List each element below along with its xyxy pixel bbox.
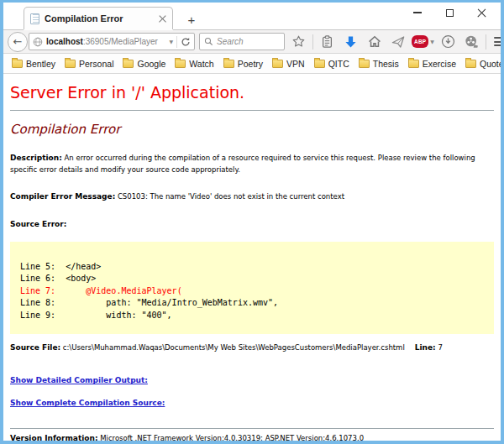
titlebar: Compilation Error + — [3, 3, 501, 29]
url-path: :36905/MediaPlayer — [83, 37, 158, 46]
divider — [10, 110, 494, 111]
maximize-icon — [446, 9, 454, 17]
browser-window: Compilation Error + ← localhost:36905/Me… — [0, 0, 504, 444]
page-favicon-icon — [30, 13, 39, 24]
error-subtitle: Compilation Error — [10, 122, 494, 137]
urlbar-dropdown-icon[interactable]: ▼ — [169, 39, 173, 44]
version-label: Version Information: — [10, 434, 98, 441]
page-title: Server Error in '/' Application. — [10, 83, 494, 102]
urlbar-separator — [176, 36, 177, 48]
bookmark-folder-item[interactable]: Google — [119, 57, 169, 71]
code-line: Line 8: path: "Media/Intro_WebMatrix.wmv… — [20, 297, 487, 310]
paper-plane-icon — [391, 35, 405, 49]
bookmark-label: QITC — [328, 59, 349, 69]
menu-button[interactable] — [494, 37, 504, 46]
bookmark-label: Quotes — [480, 59, 501, 69]
tab-title: Compilation Error — [45, 13, 154, 24]
folder-icon — [175, 60, 186, 68]
send-tab-button[interactable] — [388, 32, 407, 52]
show-detailed-compiler-output-link[interactable]: Show Detailed Compiler Output: — [10, 376, 148, 384]
bookmark-label: Google — [137, 59, 165, 69]
search-placeholder: Search — [217, 37, 244, 46]
folder-icon — [408, 60, 419, 68]
folder-icon — [65, 60, 76, 68]
compiler-message-label: Compiler Error Message: — [10, 192, 115, 201]
address-bar[interactable]: localhost:36905/MediaPlayer ▼ — [29, 33, 195, 50]
folder-icon — [123, 60, 134, 68]
bookmark-label: Exercise — [423, 59, 456, 69]
new-tab-button[interactable]: + — [181, 13, 202, 27]
folder-icon — [359, 60, 370, 68]
url-text[interactable]: localhost:36905/MediaPlayer — [46, 37, 165, 46]
bookmark-folder-item[interactable]: Watch — [171, 57, 217, 71]
film-reel-icon — [465, 34, 479, 49]
bookmark-folder-item[interactable]: Exercise — [405, 57, 459, 71]
star-icon — [291, 34, 306, 49]
blue-down-arrow-icon — [344, 35, 357, 49]
source-file-path: c:\Users\Muhammad.Waqas\Documents\My Web… — [63, 343, 405, 352]
back-button[interactable]: ← — [8, 32, 28, 52]
window-controls — [402, 3, 497, 22]
downloads-icon — [441, 34, 455, 49]
source-error-code-box: Line 5: </head> Line 6: <body> Line 7: @… — [10, 242, 494, 335]
bookmark-label: Poetry — [238, 59, 263, 69]
maximize-button[interactable] — [433, 3, 465, 22]
tab-close-icon[interactable] — [159, 15, 166, 23]
description-paragraph: Description: An error occurred during th… — [10, 153, 494, 175]
home-button[interactable] — [365, 32, 384, 52]
bookmark-folder-item[interactable]: Poetry — [220, 57, 266, 71]
bookmark-folder-item[interactable]: Thesis — [355, 57, 402, 71]
bookmark-label: Watch — [189, 59, 213, 69]
bookmark-folder-item[interactable]: Bentley — [8, 57, 59, 71]
bookmark-folder-item[interactable]: VPN — [269, 57, 308, 71]
code-line: Line 5: </head> — [20, 261, 487, 274]
download-helper-button[interactable] — [341, 32, 360, 52]
globe-icon — [33, 37, 43, 47]
reading-list-button[interactable] — [318, 32, 337, 52]
adblock-icon: ABP — [412, 35, 428, 48]
downloads-button[interactable] — [438, 32, 458, 52]
close-icon — [477, 8, 486, 18]
folder-icon — [465, 60, 476, 68]
search-bar[interactable]: Search — [199, 33, 285, 50]
source-error-heading: Source Error: — [10, 219, 494, 231]
toolbar-separator — [312, 34, 313, 50]
adblock-button[interactable]: ABP ▼ — [412, 35, 434, 48]
page-content: Server Error in '/' Application. Compila… — [3, 74, 501, 441]
adblock-dropdown-icon[interactable]: ▼ — [430, 39, 434, 44]
bookmark-folder-item[interactable]: Personal — [61, 57, 117, 71]
version-text: Microsoft .NET Framework Version:4.0.303… — [100, 434, 364, 441]
folder-icon — [272, 60, 283, 68]
source-file-label: Source File: — [10, 343, 60, 352]
minimize-button[interactable] — [402, 3, 433, 22]
url-host: localhost — [46, 37, 83, 46]
search-icon — [204, 37, 213, 46]
version-information: Version Information: Microsoft .NET Fram… — [10, 434, 494, 441]
reload-icon[interactable] — [181, 37, 191, 47]
toolbar-separator — [486, 34, 486, 50]
compiler-message-text: CS0103: The name 'Video' does not exist … — [118, 192, 344, 201]
folder-icon — [12, 60, 23, 68]
close-button[interactable] — [465, 3, 497, 22]
tab-compilation-error[interactable]: Compilation Error — [24, 7, 173, 29]
navigation-toolbar: ← localhost:36905/MediaPlayer ▼ Search — [3, 29, 501, 54]
code-line: Line 6: <body> — [20, 273, 487, 285]
bookmark-folder-item[interactable]: Quotes — [462, 57, 501, 71]
video-downloader-button[interactable] — [462, 32, 481, 52]
description-text: An error occurred during the compilation… — [10, 154, 475, 174]
bookmark-label: VPN — [286, 59, 305, 69]
line-label: Line: — [415, 343, 436, 352]
source-file-line: Source File: c:\Users\Muhammad.Waqas\Doc… — [10, 343, 494, 352]
bookmarks-bar: Bentley Personal Google Watch Poetry VPN… — [3, 54, 501, 74]
bookmark-folder-item[interactable]: QITC — [311, 57, 353, 71]
home-icon — [368, 35, 381, 48]
code-line: Line 7: @Video.MediaPlayer( — [20, 285, 487, 298]
bookmarks-list: Bentley Personal Google Watch Poetry VPN… — [8, 57, 501, 71]
compiler-message-paragraph: Compiler Error Message: CS0103: The name… — [10, 191, 494, 203]
bookmark-label: Bentley — [26, 59, 55, 69]
description-label: Description: — [10, 154, 62, 162]
line-number: 7 — [438, 343, 442, 352]
folder-icon — [223, 60, 234, 68]
show-complete-compilation-source-link[interactable]: Show Complete Compilation Source: — [10, 399, 165, 407]
bookmark-star-button[interactable] — [289, 32, 308, 52]
